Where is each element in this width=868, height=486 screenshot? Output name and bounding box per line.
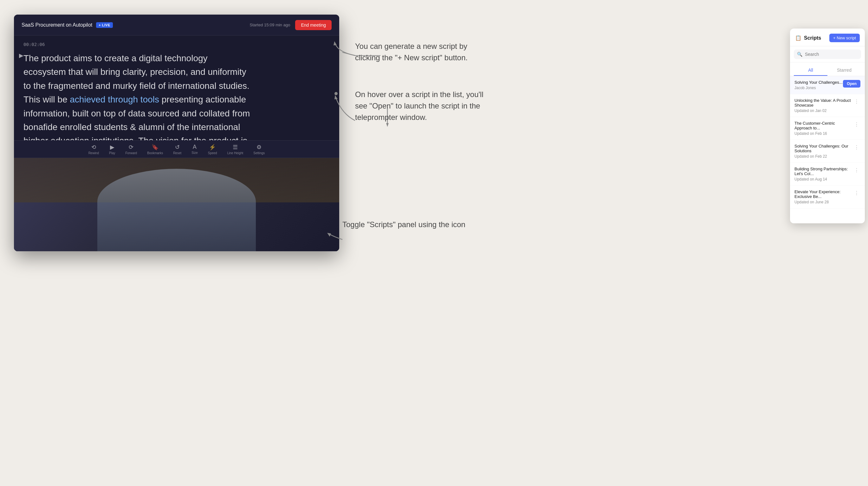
search-input[interactable] [805, 52, 858, 57]
top-bar: SaaS Procurement on Autopilot + LIVE Sta… [14, 15, 339, 35]
bookmarks-icon: 🔖 [152, 144, 158, 151]
annotation-tip-2: On hover over a script in the list, you'… [355, 89, 488, 123]
size-label: Size [191, 151, 197, 154]
tabs-row: All Starred [790, 62, 865, 76]
tab-all[interactable]: All [794, 65, 828, 76]
bookmarks-control[interactable]: 🔖 Bookmarks [147, 144, 163, 155]
settings-control[interactable]: ⚙ Settings [253, 144, 265, 155]
search-area: 🔍 [790, 46, 865, 62]
live-badge: + LIVE [96, 22, 113, 28]
panel-title: Scripts [804, 35, 821, 41]
lineheight-icon: ☰ [233, 144, 238, 151]
lineheight-label: Line Height [227, 151, 244, 155]
annotation-tip-3: Toggle "Scripts" panel using the icon [342, 219, 475, 230]
size-control[interactable]: A Size [191, 144, 197, 154]
script-name: Building Strong Partnerships: Let's Col.… [795, 167, 853, 176]
script-name: Unlocking the Value: A Product Showcase [795, 98, 853, 108]
video-placeholder [14, 158, 339, 251]
end-meeting-button[interactable]: End meeting [295, 20, 332, 30]
size-icon: A [193, 144, 196, 150]
speed-icon: ⚡ [209, 144, 216, 151]
script-menu-icon[interactable]: ⋮ [853, 190, 860, 197]
script-subtitle: Updated on Aug 14 [795, 177, 853, 181]
script-subtitle: Updated on Feb 16 [795, 131, 853, 136]
script-item[interactable]: Solving Your Challenges: Our Solutions U… [790, 140, 865, 163]
new-script-button[interactable]: + New script [829, 34, 860, 42]
settings-icon: ⚙ [256, 144, 261, 151]
script-subtitle: Jacob Jones [795, 86, 843, 90]
script-name: Solving Your Challenges: Our Solutions [795, 144, 853, 153]
teleprompter-text: The product aims to create a digital tec… [24, 51, 252, 140]
top-bar-right: Started 15:09 min ago End meeting [249, 20, 332, 30]
search-input-wrapper: 🔍 [794, 50, 861, 59]
script-menu-icon[interactable]: ⋮ [853, 121, 860, 128]
script-item[interactable]: Elevate Your Experience: Exclusive Be...… [790, 185, 865, 208]
controls-bar: ⟲ Rewind ▶ Play ⟳ Forward 🔖 Bookmarks ↺ … [14, 140, 339, 158]
play-control[interactable]: ▶ Play [109, 144, 115, 155]
video-area [14, 158, 339, 251]
script-name: Elevate Your Experience: Exclusive Be... [795, 190, 853, 199]
person-silhouette [97, 169, 256, 251]
meeting-title: SaaS Procurement on Autopilot [22, 22, 92, 28]
rewind-icon: ⟲ [91, 144, 96, 151]
script-subtitle: Updated on Feb 22 [795, 154, 853, 159]
app-window: SaaS Procurement on Autopilot + LIVE Sta… [14, 15, 339, 251]
script-subtitle: Updated on June 28 [795, 200, 853, 204]
svg-marker-7 [386, 123, 389, 127]
tab-starred[interactable]: Starred [828, 65, 861, 76]
speed-label: Speed [208, 151, 217, 155]
script-list: Solving Your Challenges... Jacob Jones O… [790, 76, 865, 223]
bookmarks-label: Bookmarks [147, 151, 163, 155]
script-subtitle: Updated on Jan 02 [795, 109, 853, 113]
forward-icon: ⟳ [129, 144, 133, 151]
script-item[interactable]: Unlocking the Value: A Product Showcase … [790, 94, 865, 117]
script-item[interactable]: Building Strong Partnerships: Let's Col.… [790, 163, 865, 185]
scripts-panel: 📋 Scripts + New script 🔍 All Starred Sol… [790, 29, 865, 223]
started-text: Started 15:09 min ago [249, 23, 290, 27]
timer-display: 00:02:06 [24, 42, 330, 47]
script-item-content: Solving Your Challenges: Our Solutions U… [795, 144, 853, 159]
script-item-content: Unlocking the Value: A Product Showcase … [795, 98, 853, 113]
top-bar-left: SaaS Procurement on Autopilot + LIVE [22, 22, 113, 28]
svg-line-0 [342, 52, 355, 56]
search-icon: 🔍 [797, 52, 802, 57]
annotation-tip-1: You can generate a new script by clickin… [355, 40, 488, 63]
rewind-control[interactable]: ⟲ Rewind [88, 144, 99, 155]
script-name: Solving Your Challenges... [795, 80, 843, 85]
panel-header: 📋 Scripts + New script [790, 29, 865, 46]
script-item-content: The Customer-Centric Approach to... Upda… [795, 121, 853, 136]
script-item-actions: Open [843, 80, 860, 88]
rewind-label: Rewind [88, 151, 99, 155]
script-name: The Customer-Centric Approach to... [795, 121, 853, 131]
settings-label: Settings [253, 151, 265, 155]
script-item-content: Elevate Your Experience: Exclusive Be...… [795, 190, 853, 204]
reset-control[interactable]: ↺ Reset [173, 144, 181, 155]
highlight-text: achieved through tools [70, 94, 159, 104]
script-item[interactable]: Solving Your Challenges... Jacob Jones O… [790, 76, 865, 94]
reset-label: Reset [173, 151, 181, 155]
forward-control[interactable]: ⟳ Forward [125, 144, 137, 155]
teleprompter-area: 00:02:06 ▶ The product aims to create a … [14, 35, 339, 140]
script-item-content: Solving Your Challenges... Jacob Jones [795, 80, 843, 90]
reset-icon: ↺ [175, 144, 180, 151]
panel-title-area: 📋 Scripts [795, 35, 821, 41]
script-menu-icon[interactable]: ⋮ [853, 167, 860, 174]
script-menu-icon[interactable]: ⋮ [853, 144, 860, 151]
lineheight-control[interactable]: ☰ Line Height [227, 144, 244, 155]
open-script-button[interactable]: Open [843, 80, 860, 88]
scripts-panel-icon: 📋 [795, 35, 801, 41]
forward-label: Forward [125, 151, 137, 155]
speed-control[interactable]: ⚡ Speed [208, 144, 217, 155]
play-icon: ▶ [110, 144, 115, 151]
script-menu-icon[interactable]: ⋮ [853, 98, 860, 105]
play-indicator: ▶ [19, 52, 24, 59]
play-label: Play [109, 151, 115, 155]
script-item-content: Building Strong Partnerships: Let's Col.… [795, 167, 853, 181]
script-item[interactable]: The Customer-Centric Approach to... Upda… [790, 117, 865, 140]
